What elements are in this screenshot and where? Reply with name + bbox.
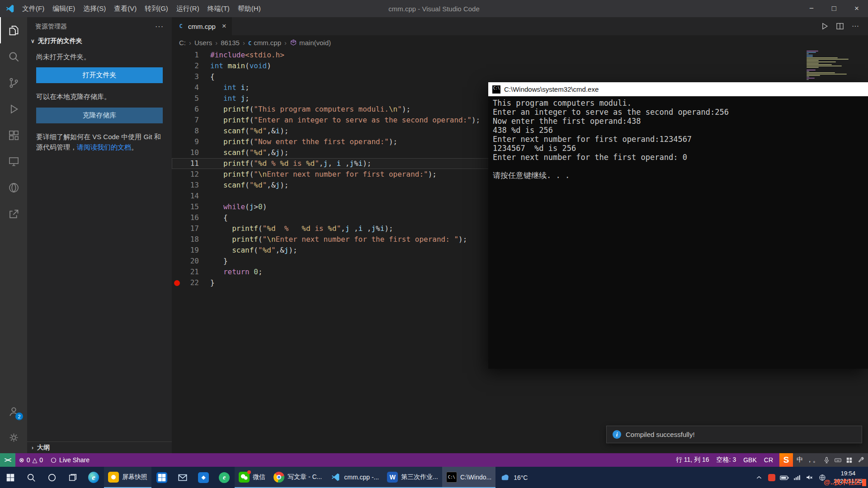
live-share-status[interactable]: Live Share	[47, 453, 93, 467]
taskbar-mail[interactable]	[172, 467, 193, 488]
eol-status[interactable]: CR	[760, 453, 777, 467]
run-button[interactable]	[818, 20, 831, 33]
breadcrumb-item[interactable]: 86135	[221, 39, 240, 47]
gutter-breakpoint-area[interactable]	[172, 82, 182, 93]
sogou-logo-icon[interactable]: S	[779, 453, 793, 467]
gutter-breakpoint-area[interactable]	[172, 61, 182, 71]
activity-source-control[interactable]	[0, 70, 27, 96]
gutter-breakpoint-area[interactable]	[172, 169, 182, 180]
battery-icon[interactable]	[778, 473, 791, 483]
chevron-up-icon[interactable]	[753, 474, 765, 481]
sogou-wrench-icon[interactable]	[857, 456, 864, 464]
indentation-status[interactable]: 空格: 3	[713, 453, 740, 467]
network-icon[interactable]	[791, 474, 803, 482]
cmd-console[interactable]: This program computers moduli.Enter an i…	[488, 96, 868, 369]
ime-punctuation[interactable]: ，。	[807, 456, 819, 464]
activity-run-debug[interactable]	[0, 96, 27, 122]
gutter-breakpoint-area[interactable]	[172, 202, 182, 212]
gutter-breakpoint-area[interactable]	[172, 115, 182, 126]
ime-mode[interactable]: 中	[797, 456, 803, 464]
remote-indicator[interactable]: ><	[0, 453, 15, 467]
activity-live-share[interactable]	[0, 174, 27, 201]
activity-account[interactable]: 2	[0, 398, 27, 424]
activity-explorer[interactable]	[0, 17, 27, 43]
taskbar-wechat[interactable]: 微信	[235, 467, 269, 488]
taskbar-cortana[interactable]	[42, 467, 62, 488]
activity-extensions[interactable]	[0, 122, 27, 148]
clone-repo-button[interactable]: 克隆存储库	[36, 108, 163, 123]
sogou-grid-icon[interactable]	[845, 456, 853, 464]
taskbar-start[interactable]	[0, 467, 21, 488]
menu-item-6[interactable]: 终端(T)	[203, 0, 234, 17]
taskbar-app-green[interactable]: e	[214, 467, 235, 488]
gutter-breakpoint-area[interactable]	[172, 180, 182, 191]
menu-item-5[interactable]: 运行(R)	[172, 0, 203, 17]
activity-share[interactable]	[0, 201, 27, 227]
activity-remote-explorer[interactable]	[0, 148, 27, 174]
gutter-breakpoint-area[interactable]	[172, 104, 182, 115]
taskbar-search[interactable]	[21, 467, 42, 488]
problems-status[interactable]: ⊗ 0 △ 0	[15, 453, 47, 467]
taskbar-weather[interactable]: 16°C	[495, 467, 532, 488]
code-line-3[interactable]: 3{	[172, 71, 868, 82]
taskbar-chrome[interactable]: 写文章 - C...	[269, 467, 326, 488]
menu-item-3[interactable]: 查看(V)	[110, 0, 141, 17]
taskbar-task-view[interactable]	[62, 467, 83, 488]
taskbar-app-blue[interactable]: ◆	[193, 467, 214, 488]
gutter-breakpoint-area[interactable]	[172, 223, 182, 234]
menu-item-1[interactable]: 编辑(E)	[48, 0, 79, 17]
tab-cmm-cpp[interactable]: C cmm.cpp ×	[172, 17, 232, 35]
menu-item-0[interactable]: 文件(F)	[18, 0, 48, 17]
notification-toast[interactable]: i Compiled successfully!	[606, 426, 862, 443]
more-actions-icon[interactable]: ···	[155, 23, 164, 31]
gutter-breakpoint-area[interactable]	[172, 50, 182, 61]
maximize-button[interactable]: □	[823, 0, 845, 17]
encoding-status[interactable]: GBK	[740, 453, 760, 467]
gutter-breakpoint-area[interactable]	[172, 277, 182, 288]
gutter-breakpoint-area[interactable]	[172, 126, 182, 136]
cursor-position[interactable]: 行 11, 列 16	[672, 453, 713, 467]
close-button[interactable]: ×	[845, 0, 868, 17]
minimize-button[interactable]: −	[800, 0, 823, 17]
taskbar-word[interactable]: W第三次作业...	[383, 467, 442, 488]
activity-settings[interactable]	[0, 424, 27, 450]
breadcrumb-item[interactable]: C:	[179, 39, 186, 47]
git-docs-link[interactable]: 请阅读我们的文档	[77, 143, 131, 151]
gutter-breakpoint-area[interactable]	[172, 245, 182, 256]
sogou-keyboard-icon[interactable]	[834, 456, 842, 464]
code-line-2[interactable]: 2int main(void)	[172, 61, 868, 71]
minimap[interactable]	[807, 51, 853, 80]
outline-section[interactable]: › 大纲	[27, 441, 172, 453]
split-editor-icon[interactable]	[834, 20, 846, 33]
breadcrumb-item[interactable]: main(void)	[290, 39, 331, 47]
taskbar-store[interactable]	[151, 467, 172, 488]
gutter-breakpoint-area[interactable]	[172, 71, 182, 82]
gutter-breakpoint-area[interactable]	[172, 267, 182, 277]
section-no-folder[interactable]: ∨ 无打开的文件夹	[27, 35, 172, 47]
menu-item-4[interactable]: 转到(G)	[141, 0, 172, 17]
breakpoint-dot[interactable]	[174, 280, 180, 286]
menu-item-2[interactable]: 选择(S)	[79, 0, 110, 17]
taskbar-vscode[interactable]: cmm.cpp -...	[326, 467, 383, 488]
redapp-icon[interactable]	[765, 474, 778, 481]
cmd-title-bar[interactable]: C:\ C:\Windows\system32\cmd.exe	[488, 82, 868, 96]
gutter-breakpoint-area[interactable]	[172, 158, 182, 169]
code-line-1[interactable]: 1#include<stdio.h>	[172, 50, 868, 61]
gutter-breakpoint-area[interactable]	[172, 191, 182, 202]
breadcrumb-item[interactable]: Users	[194, 39, 212, 47]
more-actions-icon[interactable]: ···	[849, 20, 862, 33]
gutter-breakpoint-area[interactable]	[172, 234, 182, 245]
gutter-breakpoint-area[interactable]	[172, 256, 182, 267]
gutter-breakpoint-area[interactable]	[172, 212, 182, 223]
taskbar-cmd[interactable]: C:\C:\Windo...	[442, 467, 495, 488]
activity-search[interactable]	[0, 43, 27, 70]
volume-muted-icon[interactable]	[803, 473, 816, 482]
menu-item-7[interactable]: 帮助(H)	[234, 0, 265, 17]
gutter-breakpoint-area[interactable]	[172, 136, 182, 147]
taskbar-edge[interactable]: e	[83, 467, 104, 488]
tab-close-icon[interactable]: ×	[222, 22, 226, 31]
taskbar-screenshot-tool[interactable]: 屏幕快照	[104, 467, 151, 488]
gutter-breakpoint-area[interactable]	[172, 93, 182, 104]
open-folder-button[interactable]: 打开文件夹	[36, 67, 163, 83]
gutter-breakpoint-area[interactable]	[172, 147, 182, 158]
